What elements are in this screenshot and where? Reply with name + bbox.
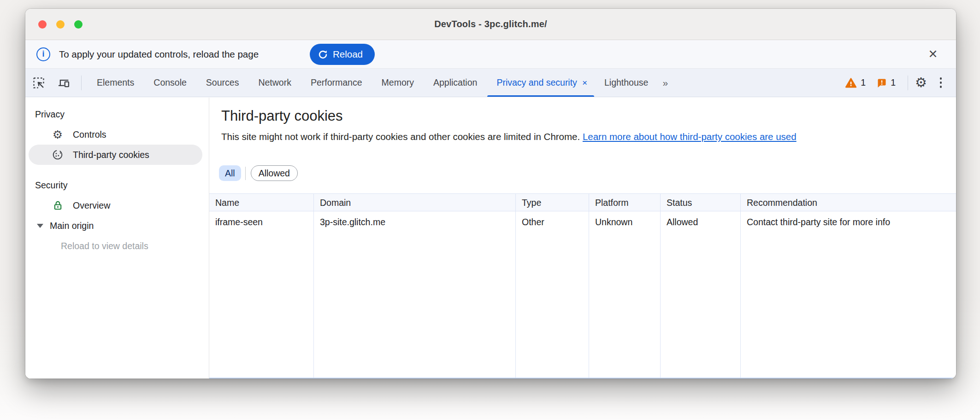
tab-network[interactable]: Network (248, 69, 301, 97)
expand-caret-icon[interactable] (37, 224, 43, 228)
sidebar-item-controls[interactable]: ⚙ Controls (25, 124, 209, 145)
learn-more-link[interactable]: Learn more about how third-party cookies… (583, 131, 797, 142)
kebab-dot (940, 82, 942, 84)
page-title: Third-party cookies (221, 108, 956, 124)
table-column-status: Status Allowed (661, 194, 741, 378)
reload-button-label: Reload (333, 49, 363, 60)
table-cell[interactable]: Allowed (661, 211, 740, 233)
sidebar-item-label: Controls (73, 129, 106, 140)
sidebar-item-third-party-cookies[interactable]: Third-party cookies (25, 145, 209, 165)
tab-elements[interactable]: Elements (87, 69, 144, 97)
tab-memory[interactable]: Memory (372, 69, 424, 97)
devtools-window: DevTools - 3pc.glitch.me/ i To apply you… (25, 9, 956, 379)
sidebar-item-label: Main origin (50, 221, 94, 231)
tab-lighthouse[interactable]: Lighthouse (595, 69, 658, 97)
table-column-domain: Domain 3p-site.glitch.me (314, 194, 516, 378)
tab-performance[interactable]: Performance (301, 69, 372, 97)
issue-bubble-icon (876, 77, 887, 88)
tab-privacy-and-security[interactable]: Privacy and security × (487, 69, 595, 97)
column-header[interactable]: Type (516, 194, 589, 211)
zoom-window-button[interactable] (74, 20, 83, 29)
table-column-type: Type Other (516, 194, 589, 378)
filter-allowed-chip[interactable]: Allowed (251, 165, 298, 181)
table-column-recommendation: Recommendation Contact third-party site … (741, 194, 956, 378)
devtools-toolbar: Elements Console Sources Network Perform… (25, 69, 956, 97)
sidebar-item-label: Overview (73, 200, 110, 211)
table-cell[interactable]: Unknown (589, 211, 660, 233)
tab-privacy-label: Privacy and security (496, 77, 577, 88)
controls-gear-icon: ⚙ (51, 129, 65, 140)
infobar-message: To apply your updated controls, reload t… (59, 49, 259, 60)
gear-icon: ⚙ (915, 76, 927, 89)
column-header[interactable]: Recommendation (741, 194, 956, 211)
tab-close-icon[interactable]: × (582, 78, 587, 88)
sidebar-item-label: Third-party cookies (73, 150, 149, 160)
tab-sources[interactable]: Sources (196, 69, 249, 97)
cookie-filter-chips: All Allowed (219, 165, 298, 181)
traffic-lights (38, 9, 83, 40)
device-toolbar-icon (58, 76, 71, 89)
panel-content: Privacy ⚙ Controls Third-party cookies S… (25, 98, 956, 379)
inspect-cursor-icon (32, 76, 45, 89)
kebab-dot (940, 86, 942, 88)
cookies-table: Name iframe-seen Domain 3p-site.glitch.m… (209, 193, 956, 379)
page-description: This site might not work if third-party … (221, 131, 956, 142)
reload-button[interactable]: Reload (310, 44, 375, 65)
toolbar-right-divider (908, 76, 908, 90)
warning-count: 1 (861, 77, 866, 88)
toolbar-divider (81, 76, 82, 90)
toolbar-right-cluster: 1 1 ⚙ (845, 69, 956, 97)
table-column-platform: Platform Unknown (589, 194, 661, 378)
more-tabs-chevron-icon[interactable]: » (658, 69, 673, 97)
minimize-window-button[interactable] (56, 20, 65, 29)
sidebar-item-overview[interactable]: Overview (25, 195, 209, 216)
settings-button[interactable]: ⚙ (912, 76, 930, 89)
filter-all-chip[interactable]: All (219, 165, 241, 181)
panel-tabs: Elements Console Sources Network Perform… (87, 69, 673, 97)
window-title: DevTools - 3pc.glitch.me/ (25, 19, 956, 29)
close-window-button[interactable] (38, 20, 47, 29)
customize-devtools-button[interactable] (933, 77, 949, 88)
reload-infobar: i To apply your updated controls, reload… (25, 40, 956, 69)
reload-to-view-note: Reload to view details (25, 236, 209, 256)
table-column-name: Name iframe-seen (209, 194, 314, 378)
table-cell[interactable]: iframe-seen (209, 211, 313, 233)
column-header[interactable]: Platform (589, 194, 660, 211)
column-header[interactable]: Name (209, 194, 313, 211)
tab-application[interactable]: Application (424, 69, 487, 97)
sidebar-section-privacy: Privacy (25, 104, 209, 124)
kebab-dot (940, 77, 942, 80)
table-cell[interactable]: Other (516, 211, 589, 233)
issues-badge[interactable]: 1 (876, 77, 896, 88)
sidebar-section-security: Security (25, 175, 209, 195)
table-cell[interactable]: 3p-site.glitch.me (314, 211, 515, 233)
device-toolbar-button[interactable] (55, 69, 73, 97)
chip-divider (245, 167, 246, 180)
warnings-badge[interactable]: 1 (845, 77, 866, 89)
third-party-cookies-panel: Third-party cookies This site might not … (210, 98, 956, 379)
issue-count: 1 (891, 77, 896, 88)
sidebar-item-main-origin[interactable]: Main origin (25, 216, 209, 236)
reload-icon (318, 49, 328, 60)
column-header[interactable]: Domain (314, 194, 515, 211)
sidebar-spacer (25, 165, 209, 175)
warning-triangle-icon (845, 77, 857, 89)
infobar-close-icon[interactable]: ✕ (924, 40, 942, 68)
table-cell[interactable]: Contact third-party site for more info (741, 211, 956, 233)
column-header[interactable]: Status (661, 194, 740, 211)
cookie-icon (51, 149, 65, 161)
privacy-security-sidebar: Privacy ⚙ Controls Third-party cookies S… (25, 98, 209, 379)
description-text: This site might not work if third-party … (221, 131, 580, 142)
inspect-element-button[interactable] (30, 69, 47, 97)
titlebar: DevTools - 3pc.glitch.me/ (25, 9, 956, 40)
tab-console[interactable]: Console (144, 69, 196, 97)
secure-lock-icon (51, 200, 65, 211)
info-icon: i (36, 47, 50, 61)
